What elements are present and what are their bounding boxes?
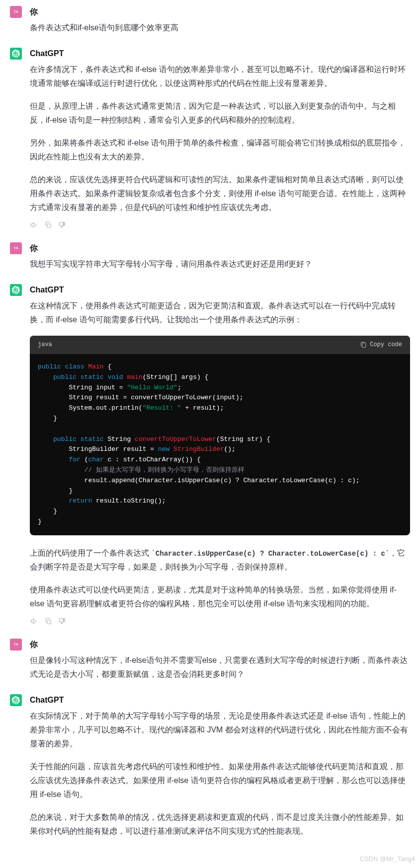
thumbs-down-icon[interactable]: [58, 220, 67, 229]
code-lang-label: java: [38, 340, 52, 350]
svg-rect-1: [362, 343, 366, 347]
ai-name: ChatGPT: [30, 47, 410, 61]
user-avatar: TA: [10, 6, 22, 18]
copy-icon[interactable]: [44, 617, 53, 626]
code-header: java Copy code: [30, 336, 410, 354]
user-text: 但是像转小写这种情况下，if-else语句并不需要写else，只需要在遇到大写字…: [30, 653, 410, 681]
user-name: 你: [30, 5, 410, 19]
speak-icon[interactable]: [30, 220, 39, 229]
message-actions: [30, 220, 410, 229]
ai-text: 上面的代码使用了一个条件表达式 `Character.isUpperCase(c…: [30, 546, 410, 574]
message-actions: [30, 617, 410, 626]
copy-code-button[interactable]: Copy code: [360, 340, 402, 350]
copy-icon[interactable]: [44, 220, 53, 229]
user-avatar: TA: [10, 242, 22, 254]
copy-code-label: Copy code: [370, 340, 402, 350]
ai-text: 使用条件表达式可以使代码更简洁，更易读，尤其是对于这种简单的转换场景。当然，如果…: [30, 583, 410, 611]
inline-code: `Character.isUpperCase(c) ? Character.to…: [151, 550, 389, 558]
ai-name: ChatGPT: [30, 283, 410, 297]
user-message: TA 你 但是像转小写这种情况下，if-else语句并不需要写else，只需要在…: [10, 638, 410, 681]
code-block: java Copy code public class Main { publi…: [30, 336, 410, 535]
ai-message: ChatGPT 在这种情况下，使用条件表达式可能更适合，因为它更简洁和直观。条件…: [10, 283, 410, 626]
watermark: CSDN @Mr_Tang4: [360, 854, 415, 865]
user-message: TA 你 我想手写实现字符串大写字母转小写字母，请问用条件表达式更好还是用if更…: [10, 241, 410, 271]
ai-avatar: [10, 48, 22, 60]
svg-rect-2: [47, 620, 51, 624]
code-content: public class Main { public static void m…: [30, 354, 410, 535]
user-text: 条件表达式和if-else语句到底哪个效率更高: [30, 21, 410, 35]
ai-text: 在这种情况下，使用条件表达式可能更适合，因为它更简洁和直观。条件表达式可以在一行…: [30, 299, 410, 327]
ai-text: 总的来说，应该优先选择更符合代码逻辑和可读性的写法。如果条件逻辑相对简单且表达式…: [30, 173, 410, 215]
ai-message: ChatGPT 在实际情况下，对于简单的大写字母转小写字母的场景，无论是使用条件…: [10, 693, 410, 838]
ai-text: 另外，如果将条件表达式和 if-else 语句用于简单的条件检查，编译器可能会将…: [30, 136, 410, 164]
thumbs-down-icon[interactable]: [58, 617, 67, 626]
user-name: 你: [30, 241, 410, 255]
ai-text: 关于性能的问题，应该首先考虑代码的可读性和维护性。如果使用条件表达式能够使代码更…: [30, 760, 410, 801]
user-avatar: TA: [10, 639, 22, 651]
user-name: 你: [30, 638, 410, 651]
speak-icon[interactable]: [30, 617, 39, 626]
ai-text: 在实际情况下，对于简单的大写字母转小写字母的场景，无论是使用条件表达式还是 if…: [30, 709, 410, 751]
conversation: TA 你 条件表达式和if-else语句到底哪个效率更高 ChatGPT 在许多…: [0, 0, 420, 865]
ai-name: ChatGPT: [30, 693, 410, 707]
clipboard-icon: [360, 342, 367, 349]
ai-text: 但是，从原理上讲，条件表达式通常更简洁，因为它是一种表达式，可以嵌入到更复杂的语…: [30, 99, 410, 127]
ai-text: 在许多情况下，条件表达式和 if-else 语句的效率差异非常小，甚至可以忽略不…: [30, 63, 410, 90]
user-text: 我想手写实现字符串大写字母转小写字母，请问用条件表达式更好还是用if更好？: [30, 257, 410, 271]
svg-rect-0: [47, 224, 51, 227]
ai-text: 总的来说，对于大多数简单的情况，优先选择更易读和更直观的代码，而不是过度关注微小…: [30, 810, 410, 838]
ai-message: ChatGPT 在许多情况下，条件表达式和 if-else 语句的效率差异非常小…: [10, 47, 410, 229]
ai-avatar: [10, 284, 22, 296]
user-message: TA 你 条件表达式和if-else语句到底哪个效率更高: [10, 5, 410, 35]
ai-avatar: [10, 694, 22, 706]
